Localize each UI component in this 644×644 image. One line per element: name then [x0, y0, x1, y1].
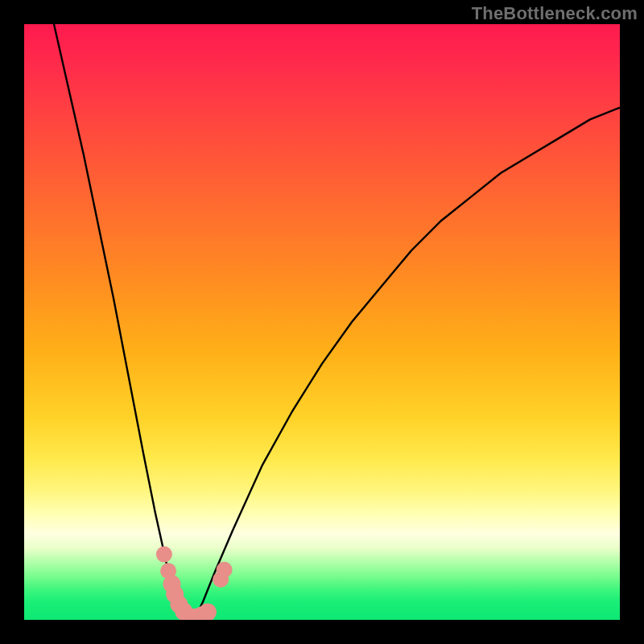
- chart-frame: [24, 24, 620, 620]
- marker-point: [156, 547, 172, 563]
- bottleneck-curve: [54, 24, 620, 620]
- marker-point: [217, 562, 233, 578]
- chart-svg: [24, 24, 620, 620]
- watermark-text: TheBottleneck.com: [472, 3, 638, 24]
